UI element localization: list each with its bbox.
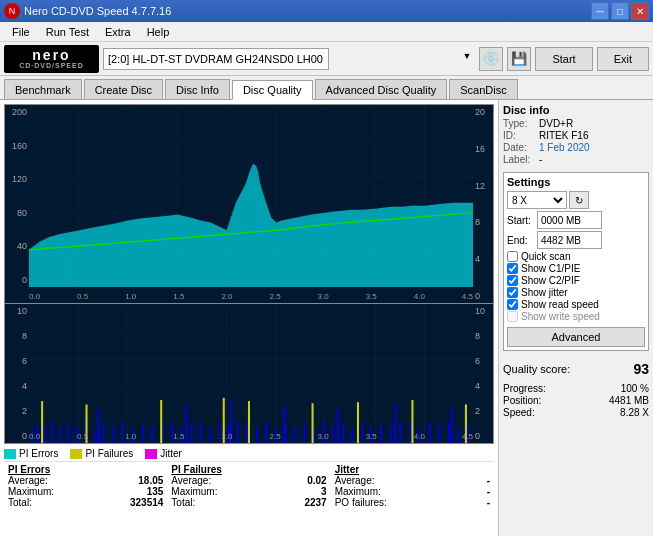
bottom-chart-x-labels: 0.00.51.01.52.02.53.03.54.04.5 <box>29 429 473 443</box>
top-chart-y-right: 201612840 <box>473 105 493 303</box>
pi-errors-total-value: 323514 <box>130 497 163 508</box>
start-label: Start: <box>507 215 535 226</box>
start-mb-row: Start: <box>507 211 645 229</box>
position-row: Position: 4481 MB <box>503 395 649 406</box>
speed-row-progress: Speed: 8.28 X <box>503 407 649 418</box>
label-value: - <box>539 154 542 165</box>
position-label: Position: <box>503 395 541 406</box>
quick-scan-checkbox[interactable] <box>507 251 518 262</box>
legend-pi-errors-label: PI Errors <box>19 448 58 459</box>
pi-failures-avg-value: 0.02 <box>307 475 326 486</box>
maximize-button[interactable]: □ <box>611 2 629 20</box>
exit-button[interactable]: Exit <box>597 47 649 71</box>
jitter-avg-value: - <box>487 475 490 486</box>
stats-area: PI Errors Average: 18.05 Maximum: 135 To… <box>4 461 494 508</box>
show-jitter-checkbox[interactable] <box>507 287 518 298</box>
top-chart-y-left: 20016012080400 <box>5 105 29 287</box>
bottom-chart-y-left: 1086420 <box>5 304 29 443</box>
drive-selector[interactable]: [2:0] HL-DT-ST DVDRAM GH24NSD0 LH00 <box>103 48 475 70</box>
jitter-max-label: Maximum: <box>335 486 381 497</box>
quality-score-label: Quality score: <box>503 363 570 375</box>
read-speed-label: Show read speed <box>521 299 599 310</box>
speed-value: 8.28 X <box>620 407 649 418</box>
main-content: 20016012080400 201612840 <box>0 100 653 536</box>
pi-failures-color-swatch <box>70 449 82 459</box>
jitter-po-value: - <box>487 497 490 508</box>
start-input[interactable] <box>537 211 602 229</box>
legend-pi-errors: PI Errors <box>4 448 58 459</box>
jitter-average-row: Average: - <box>331 475 494 486</box>
date-key: Date: <box>503 142 535 153</box>
pi-failures-label-head: PI Failures <box>171 464 222 475</box>
pi-failures-max-label: Maximum: <box>171 486 217 497</box>
top-chart-container: 20016012080400 201612840 <box>4 104 494 304</box>
bottom-chart-y-right: 1086420 <box>473 304 493 443</box>
c2-pif-row: Show C2/PIF <box>507 275 645 286</box>
minimize-button[interactable]: ─ <box>591 2 609 20</box>
nero-logo: nero CD·DVD/SPEED <box>4 45 99 73</box>
jitter-maximum-row: Maximum: - <box>331 486 494 497</box>
quality-score-row: Quality score: 93 <box>503 361 649 377</box>
pi-failures-maximum-row: Maximum: 3 <box>167 486 330 497</box>
show-c2-pif-checkbox[interactable] <box>507 275 518 286</box>
menu-file[interactable]: File <box>4 24 38 40</box>
save-icon-button[interactable]: 💾 <box>507 47 531 71</box>
top-chart-x-labels: 0.00.51.01.52.02.53.03.54.04.5 <box>29 289 473 303</box>
id-key: ID: <box>503 130 535 141</box>
advanced-button[interactable]: Advanced <box>507 327 645 347</box>
pi-errors-stats: PI Errors Average: 18.05 Maximum: 135 To… <box>4 464 167 508</box>
bottom-chart-container: 1086420 1086420 <box>4 304 494 444</box>
show-read-speed-checkbox[interactable] <box>507 299 518 310</box>
top-chart: 20016012080400 201612840 <box>4 104 494 304</box>
position-value: 4481 MB <box>609 395 649 406</box>
pi-errors-max-value: 135 <box>147 486 164 497</box>
tab-scan-disc[interactable]: ScanDisc <box>449 79 517 99</box>
c1-pie-row: Show C1/PIE <box>507 263 645 274</box>
progress-value: 100 % <box>621 383 649 394</box>
refresh-button[interactable]: ↻ <box>569 191 589 209</box>
tab-advanced-disc-quality[interactable]: Advanced Disc Quality <box>315 79 448 99</box>
drive-select-input[interactable]: [2:0] HL-DT-ST DVDRAM GH24NSD0 LH00 <box>103 48 329 70</box>
disc-icon-button[interactable]: 💿 <box>479 47 503 71</box>
disc-info-section: Disc info Type: DVD+R ID: RITEK F16 Date… <box>503 104 649 166</box>
progress-section: Progress: 100 % Position: 4481 MB Speed:… <box>503 383 649 419</box>
legend-jitter: Jitter <box>145 448 182 459</box>
start-button[interactable]: Start <box>535 47 592 71</box>
pi-errors-maximum-row: Maximum: 135 <box>4 486 167 497</box>
jitter-color-swatch <box>145 449 157 459</box>
tab-create-disc[interactable]: Create Disc <box>84 79 163 99</box>
pi-failures-average-row: Average: 0.02 <box>167 475 330 486</box>
speed-select[interactable]: 8 X <box>507 191 567 209</box>
jitter-po-label: PO failures: <box>335 497 387 508</box>
end-input[interactable] <box>537 231 602 249</box>
end-label: End: <box>507 235 535 246</box>
disc-date-row: Date: 1 Feb 2020 <box>503 142 649 153</box>
jitter-label-head: Jitter <box>335 464 359 475</box>
top-chart-inner <box>29 105 473 287</box>
jitter-stats: Jitter Average: - Maximum: - PO failures… <box>331 464 494 508</box>
toolbar: nero CD·DVD/SPEED [2:0] HL-DT-ST DVDRAM … <box>0 42 653 76</box>
close-button[interactable]: ✕ <box>631 2 649 20</box>
tab-disc-quality[interactable]: Disc Quality <box>232 80 313 100</box>
c2-pif-label: Show C2/PIF <box>521 275 580 286</box>
jitter-row: Show jitter <box>507 287 645 298</box>
show-write-speed-checkbox[interactable] <box>507 311 518 322</box>
menu-extra[interactable]: Extra <box>97 24 139 40</box>
bottom-chart: 1086420 1086420 <box>4 304 494 444</box>
menu-help[interactable]: Help <box>139 24 178 40</box>
tab-benchmark[interactable]: Benchmark <box>4 79 82 99</box>
progress-row: Progress: 100 % <box>503 383 649 394</box>
jitter-cb-label: Show jitter <box>521 287 568 298</box>
app-icon: N <box>4 3 20 19</box>
menu-bar: File Run Test Extra Help <box>0 22 653 42</box>
menu-run-test[interactable]: Run Test <box>38 24 97 40</box>
quick-scan-label: Quick scan <box>521 251 570 262</box>
disc-info-title: Disc info <box>503 104 649 116</box>
pi-failures-stats: PI Failures Average: 0.02 Maximum: 3 Tot… <box>167 464 330 508</box>
show-c1-pie-checkbox[interactable] <box>507 263 518 274</box>
type-key: Type: <box>503 118 535 129</box>
pi-failures-total-row: Total: 2237 <box>167 497 330 508</box>
date-value: 1 Feb 2020 <box>539 142 590 153</box>
quick-scan-row: Quick scan <box>507 251 645 262</box>
tab-disc-info[interactable]: Disc Info <box>165 79 230 99</box>
